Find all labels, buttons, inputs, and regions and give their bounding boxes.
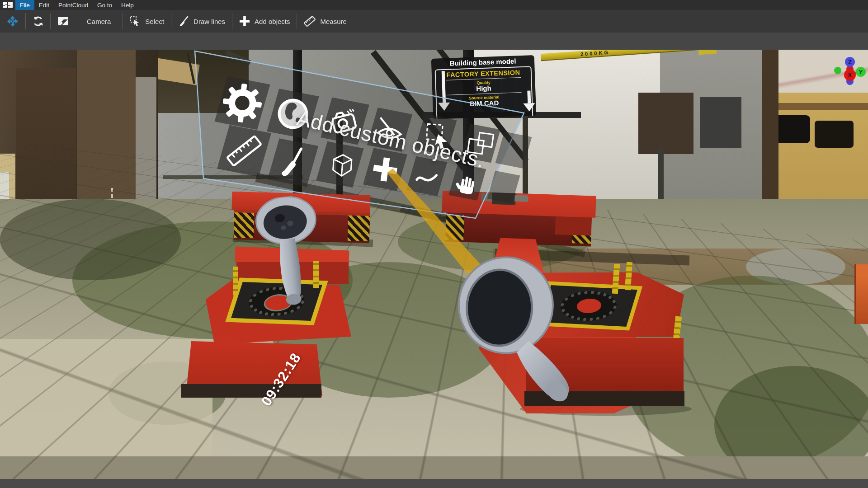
- layout-icon: [57, 17, 68, 26]
- add-objects-button[interactable]: Add objects: [232, 10, 297, 33]
- viewport-3d[interactable]: 2000KG Building base model: [0, 50, 868, 479]
- menu-item-goto[interactable]: Go to: [93, 0, 117, 10]
- sign-scroll-down-arrow[interactable]: [523, 90, 535, 112]
- axis-x-label: X: [848, 71, 852, 79]
- menu-item-help[interactable]: Help: [117, 0, 138, 10]
- move-icon: [7, 15, 19, 27]
- select-cursor-icon: [130, 16, 141, 27]
- axis-y-label: Y: [859, 69, 863, 75]
- move-tool-button[interactable]: [0, 10, 25, 33]
- app-logo-icon: [0, 0, 15, 10]
- layout-tool-button[interactable]: [51, 10, 75, 33]
- app-window: File Edit PointCloud Go to Help DS Tools…: [0, 0, 868, 488]
- toolbar: Camera Select Draw lines Add objects Mea…: [0, 10, 868, 33]
- axis-neg-y-handle: [834, 67, 841, 74]
- select-button-label: Select: [145, 18, 164, 25]
- add-objects-button-label: Add objects: [255, 18, 290, 25]
- hand-icon[interactable]: [453, 168, 482, 197]
- rotate-tool-button[interactable]: [26, 10, 50, 33]
- select-button[interactable]: Select: [123, 10, 171, 33]
- axis-gizmo[interactable]: Z Y X: [831, 52, 868, 90]
- curve-line-icon[interactable]: [413, 162, 441, 190]
- menu-item-file[interactable]: File: [15, 0, 34, 10]
- measure-button[interactable]: Measure: [297, 10, 353, 33]
- rotate-icon: [33, 16, 43, 27]
- vr-controller-right: [452, 253, 597, 407]
- status-bar: [0, 479, 868, 488]
- brush-icon: [178, 16, 189, 27]
- plus-icon: [239, 16, 250, 27]
- ruler-icon: [304, 15, 316, 27]
- draw-lines-button-label: Draw lines: [193, 18, 225, 25]
- camera-button-label: Camera: [87, 18, 111, 25]
- cube-icon[interactable]: [324, 149, 356, 180]
- draw-lines-button[interactable]: Draw lines: [171, 10, 232, 33]
- ruler-icon[interactable]: [225, 132, 263, 170]
- axis-z-label: Z: [848, 59, 852, 66]
- menu-item-edit[interactable]: Edit: [34, 0, 54, 10]
- crane-label: 2000KG: [580, 50, 610, 57]
- sign-scroll-down-arrow[interactable]: [437, 71, 450, 111]
- settings-gear-icon[interactable]: [221, 82, 264, 125]
- measure-button-label: Measure: [320, 18, 346, 25]
- add-plus-icon[interactable]: [369, 154, 401, 185]
- orange-cabinet: [854, 264, 868, 324]
- menu-item-pointcloud[interactable]: PointCloud: [54, 0, 93, 10]
- paint-brush-icon[interactable]: [277, 147, 309, 178]
- toolbar-spacer: [0, 33, 868, 50]
- info-sign: Building base model FACTORY EXTENSION Qu…: [431, 55, 537, 119]
- camera-button[interactable]: Camera: [75, 10, 123, 33]
- vr-controller-left: [250, 193, 329, 313]
- menu-bar: File Edit PointCloud Go to Help: [0, 0, 868, 10]
